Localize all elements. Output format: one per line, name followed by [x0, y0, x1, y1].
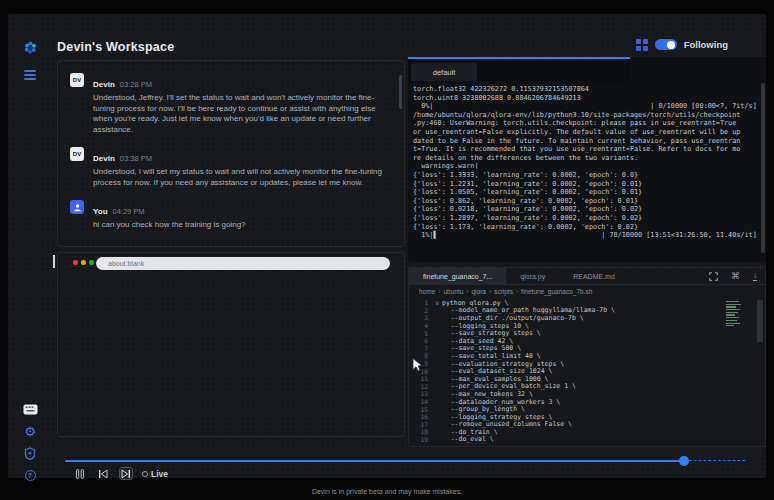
- breadcrumb-item[interactable]: home: [419, 288, 435, 295]
- line-number: 12: [409, 383, 435, 390]
- chat-message-header: Devin03:28 PM: [93, 73, 390, 91]
- devin-avatar: DV: [70, 73, 84, 87]
- chat-message-text: Understood, Jeffrey. I'll set the status…: [93, 93, 390, 135]
- following-label: Following: [684, 39, 728, 50]
- toggle-knob: [667, 41, 675, 49]
- step-back-icon: [98, 469, 108, 479]
- timeline-progress: [65, 460, 684, 462]
- devin-logo-icon[interactable]: [21, 38, 39, 56]
- breadcrumb-item[interactable]: scripts: [494, 288, 513, 295]
- line-number: 14: [409, 398, 435, 405]
- step-back-button[interactable]: [96, 467, 110, 480]
- code-editor[interactable]: 1∨python qlora.py \2 --model_name_or_pat…: [409, 299, 765, 445]
- grid-view-icon[interactable]: [636, 39, 648, 51]
- awaiting-status-icon: [70, 247, 83, 248]
- chat-author: Devin: [93, 154, 115, 163]
- breadcrumb-separator: ›: [466, 288, 468, 295]
- chat-timestamp: 04:29 PM: [113, 207, 145, 216]
- editor-scrollbar[interactable]: [757, 300, 763, 342]
- chat-message-body: Devin03:38 PMUnderstood, I will set my s…: [93, 147, 390, 188]
- line-number: 13: [409, 390, 435, 397]
- breadcrumb-separator: ›: [438, 288, 440, 295]
- fullscreen-icon[interactable]: [709, 272, 718, 281]
- breadcrumb-item[interactable]: ubuntu: [443, 288, 463, 295]
- settings-gear-icon[interactable]: ⚙: [21, 422, 39, 440]
- editor-actions: ⌘ ↓: [709, 268, 757, 285]
- devin-logo-glyph: [23, 40, 38, 55]
- breadcrumb-separator: ›: [516, 288, 518, 295]
- keyboard-icon[interactable]: [21, 400, 39, 418]
- timeline-slider[interactable]: [65, 459, 745, 462]
- breadcrumb-item[interactable]: qlora: [472, 288, 486, 295]
- minimize-dot-icon[interactable]: [81, 260, 86, 265]
- chat-message: You04:29 PMhi can you check how the trai…: [70, 200, 390, 231]
- chat-message-header: Devin03:38 PM: [93, 147, 390, 165]
- pause-button[interactable]: [73, 467, 87, 480]
- browser-address-bar[interactable]: about:blank: [96, 257, 390, 270]
- line-number: 6: [409, 337, 435, 344]
- terminal-tab-default[interactable]: default: [411, 63, 477, 81]
- following-toggle[interactable]: [655, 39, 677, 50]
- editor-tab-readme-md[interactable]: README.md: [559, 268, 629, 284]
- devin-workspace: ⚙ ? Devin's Workspace Following DVDevin0…: [0, 0, 774, 500]
- chat-message-text: Understood, I will set my status to wait…: [93, 167, 390, 188]
- step-forward-button[interactable]: [119, 467, 133, 480]
- line-number: 11: [409, 375, 435, 382]
- editor-panel: finetune_guanaco_7...qlora.pyREADME.md ⌘…: [408, 267, 766, 447]
- download-icon[interactable]: ↓: [753, 272, 757, 282]
- line-number: 19: [409, 436, 435, 443]
- editor-tab-finetune-guanaco-7-[interactable]: finetune_guanaco_7...: [409, 268, 506, 284]
- line-number: 4: [409, 322, 435, 329]
- line-number: 7: [409, 345, 435, 352]
- terminal-scrollbar[interactable]: [761, 83, 765, 253]
- app-window: ⚙ ? Devin's Workspace Following DVDevin0…: [8, 14, 766, 478]
- line-number: 15: [409, 406, 435, 413]
- chat-message: DVDevin03:28 PMUnderstood, Jeffrey. I'll…: [70, 73, 390, 135]
- editor-tab-qlora-py[interactable]: qlora.py: [506, 268, 559, 284]
- chat-message-list: DVDevin03:28 PMUnderstood, Jeffrey. I'll…: [70, 73, 390, 231]
- session-status-note: Devin is awaiting your response. Or type…: [92, 247, 382, 248]
- timeline-remaining: [684, 460, 745, 461]
- browser-address-text: about:blank: [108, 260, 144, 267]
- command-icon[interactable]: ⌘: [731, 272, 740, 281]
- browser-panel[interactable]: about:blank: [57, 252, 405, 437]
- terminal-tabbar: default: [408, 59, 630, 81]
- line-number: 5: [409, 330, 435, 337]
- editor-minimap: [726, 301, 743, 331]
- step-forward-icon: [121, 469, 131, 479]
- chat-message-text: hi can you check how the training is goi…: [93, 220, 246, 231]
- terminal-text: torch.float32 422326272 0.11537932153507…: [413, 85, 758, 240]
- chat-message-header: You04:29 PM: [93, 200, 246, 218]
- chat-message-body: You04:29 PMhi can you check how the trai…: [93, 200, 246, 231]
- pause-icon: [76, 469, 84, 479]
- timeline-handle[interactable]: [679, 456, 689, 466]
- breadcrumb-item[interactable]: finetune_guanaco_7b.sh: [521, 288, 592, 295]
- maximize-dot-icon[interactable]: [89, 260, 94, 265]
- live-label: Live: [151, 469, 168, 479]
- breadcrumb[interactable]: home›ubuntu›qlora›scripts›finetune_guana…: [419, 288, 592, 295]
- user-avatar: [70, 200, 84, 214]
- keyboard-glyph: [23, 404, 38, 415]
- chat-panel: DVDevin03:28 PMUnderstood, Jeffrey. I'll…: [57, 60, 405, 247]
- chat-scrollbar[interactable]: [399, 75, 402, 109]
- line-number: 3: [409, 314, 435, 321]
- chat-author: You: [93, 207, 108, 216]
- live-button[interactable]: Live: [142, 469, 168, 479]
- sidebar: ⚙ ?: [8, 14, 52, 478]
- download-glyph: ↓: [753, 272, 757, 282]
- close-dot-icon[interactable]: [73, 260, 78, 265]
- line-number: 18: [409, 428, 435, 435]
- footer-disclaimer: Devin is in private beta and may make mi…: [0, 488, 774, 495]
- text-caret: [53, 255, 55, 268]
- playback-controls: Live: [73, 467, 168, 480]
- session-list-icon[interactable]: [21, 66, 39, 84]
- person-icon: [73, 203, 82, 212]
- fold-arrow-icon[interactable]: ∨: [435, 299, 442, 306]
- playback-bar: Live: [8, 443, 766, 478]
- line-number: 2: [409, 307, 435, 314]
- live-dot-icon: [142, 471, 148, 477]
- terminal-output[interactable]: torch.float32 422326272 0.11537932153507…: [408, 81, 760, 262]
- line-number: 17: [409, 421, 435, 428]
- breadcrumb-separator: ›: [489, 288, 491, 295]
- terminal-panel: default torch.float32 422326272 0.115379…: [408, 57, 766, 262]
